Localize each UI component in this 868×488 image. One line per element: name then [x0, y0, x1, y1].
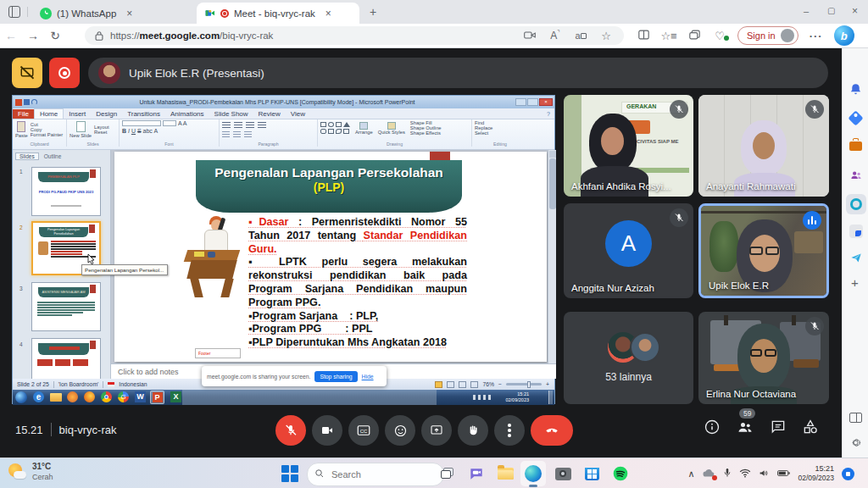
- people-button[interactable]: 59: [736, 419, 754, 439]
- ppt-tab-slideshow: Slide Show: [209, 109, 253, 119]
- designer-icon[interactable]: [849, 225, 863, 238]
- ppt-window-title: Untuk Mahasiswa_PRODI-Pembekalan Mhs PLP…: [39, 99, 515, 105]
- sidebar-settings-gear-icon[interactable]: [849, 436, 862, 452]
- address-bar[interactable]: https://meet.google.com/biq-vryc-rak A⌝ …: [85, 26, 624, 45]
- camera-app-icon[interactable]: [553, 463, 573, 484]
- minimize-window-button[interactable]: –: [804, 6, 809, 16]
- spotify-icon[interactable]: [610, 463, 631, 484]
- win7-firefox-icon: [84, 391, 95, 402]
- translate-icon[interactable]: a: [568, 30, 593, 41]
- status-zoom-level: 76%: [482, 381, 494, 387]
- hide-share-bar-link: Hide: [362, 374, 374, 380]
- battery-icon[interactable]: [777, 469, 790, 479]
- task-view-icon[interactable]: [437, 463, 458, 484]
- teams-chat-icon[interactable]: [466, 463, 487, 484]
- copilot-icon[interactable]: b: [834, 25, 854, 46]
- drop-icon[interactable]: [849, 252, 863, 268]
- tab-whatsapp[interactable]: (1) WhatsApp ×: [32, 3, 193, 24]
- view-normal-icon: [435, 381, 442, 388]
- win7-start-orb: [15, 391, 27, 403]
- refresh-icon[interactable]: ↻: [44, 29, 66, 42]
- m365-app-icon[interactable]: [850, 198, 862, 210]
- ppt-group-slides: New Slide Layout Reset Slides: [67, 119, 120, 147]
- favorites-bar-icon[interactable]: ☆≡: [656, 30, 682, 42]
- svg-text:CC: CC: [360, 429, 368, 434]
- sidebar-panel-icon[interactable]: [849, 413, 862, 423]
- ppt-app-icon: [15, 99, 22, 106]
- tab-recording-icon: [220, 9, 229, 18]
- tray-chevron-icon[interactable]: ∧: [687, 469, 694, 480]
- new-tab-button[interactable]: +: [370, 5, 376, 19]
- participant-tile-anayanti[interactable]: Anayanti Rahmawati: [698, 95, 829, 197]
- close-tab-icon[interactable]: ×: [326, 8, 331, 19]
- participants-count-badge: 59: [739, 408, 755, 419]
- edge-browser-icon-active[interactable]: [520, 461, 546, 486]
- shopping-tag-icon[interactable]: [848, 110, 863, 125]
- favorite-star-icon[interactable]: ☆: [593, 30, 619, 42]
- ppt-restore-icon: [527, 98, 538, 106]
- ppt-thumbnail-4: [31, 338, 101, 379]
- participant-tile-others[interactable]: 53 lainnya: [564, 312, 693, 404]
- win7-explorer-icon: [50, 393, 62, 402]
- ppt-tab-view: View: [286, 109, 310, 119]
- read-aloud-icon[interactable]: A⌝: [542, 30, 568, 42]
- participant-tile-erlina[interactable]: Erlina Nur Octaviana: [698, 312, 829, 404]
- start-button[interactable]: [280, 463, 300, 484]
- present-button[interactable]: [421, 415, 452, 446]
- end-call-button[interactable]: [531, 415, 573, 446]
- participant-tile-anggita[interactable]: A Anggita Nur Azizah: [564, 203, 693, 298]
- onedrive-cloud-icon[interactable]: [702, 469, 715, 480]
- activities-button[interactable]: [802, 419, 819, 439]
- file-explorer-icon[interactable]: [495, 463, 515, 484]
- browser-tabstrip: (1) WhatsApp × Meet - biq-vryc-rak × + –…: [0, 0, 868, 24]
- close-window-button[interactable]: ×: [852, 5, 858, 17]
- taskbar-search[interactable]: [307, 463, 444, 486]
- shared-screen-powerpoint[interactable]: Untuk Mahasiswa_PRODI-Pembekalan Mhs PLP…: [12, 95, 555, 404]
- camera-button[interactable]: [312, 415, 342, 446]
- tools-briefcase-icon[interactable]: [849, 141, 862, 151]
- split-screen-icon[interactable]: [631, 30, 656, 42]
- meeting-clock: 15.21: [15, 424, 43, 436]
- close-tab-icon[interactable]: ×: [126, 8, 132, 19]
- microsoft-store-icon[interactable]: [581, 463, 602, 484]
- reactions-button[interactable]: [385, 415, 415, 446]
- sign-in-button[interactable]: Sign in: [737, 26, 798, 45]
- speaker-icon[interactable]: [759, 469, 770, 480]
- collections-icon[interactable]: [682, 30, 707, 42]
- win7-excel-icon: X: [170, 391, 181, 402]
- tray-clock[interactable]: 15:2102/09/2023: [798, 464, 834, 483]
- raise-hand-button[interactable]: [458, 415, 488, 446]
- ppt-new-slide-label: New Slide: [70, 133, 92, 138]
- mic-muted-button[interactable]: [275, 415, 306, 446]
- media-controls-icon[interactable]: [517, 30, 542, 42]
- more-options-button[interactable]: [494, 415, 525, 446]
- info-button[interactable]: [704, 419, 721, 439]
- lock-icon[interactable]: [95, 31, 103, 41]
- mouse-cursor: [87, 253, 96, 264]
- profile-avatar: [781, 29, 794, 42]
- back-icon[interactable]: ←: [0, 29, 22, 42]
- forward-icon[interactable]: →: [22, 29, 44, 42]
- games-people-icon[interactable]: [849, 169, 863, 185]
- tab-meet[interactable]: Meet - biq-vryc-rak ×: [197, 3, 359, 24]
- wifi-icon[interactable]: [739, 469, 751, 480]
- settings-menu-icon[interactable]: ···: [804, 30, 829, 42]
- presentation-paused-button[interactable]: [12, 58, 42, 88]
- view-reading-icon: [459, 381, 466, 388]
- browser-essentials-icon[interactable]: ♡: [707, 30, 732, 42]
- notification-bell-icon[interactable]: [849, 82, 863, 97]
- vertical-tabs-button[interactable]: [8, 6, 20, 18]
- meet-right-controls: 59: [704, 419, 819, 439]
- tray-mic-icon[interactable]: [723, 468, 732, 480]
- participant-tile-upik-speaking[interactable]: Upik Elok E.R: [698, 203, 829, 298]
- search-input[interactable]: [307, 463, 444, 486]
- weather-widget[interactable]: 31°C Cerah: [7, 462, 53, 482]
- recording-indicator-button[interactable]: [49, 58, 80, 88]
- add-sidebar-item-icon[interactable]: +: [851, 275, 859, 290]
- maximize-window-button[interactable]: ▢: [827, 6, 835, 15]
- captions-button[interactable]: CC: [348, 415, 379, 446]
- participant-tile-akhfani[interactable]: GERAKAN CIVITAS SIAP ME Akhfani Ahdika R…: [564, 95, 693, 197]
- presenter-avatar: [98, 62, 120, 84]
- chat-button[interactable]: [770, 419, 787, 439]
- notification-badge[interactable]: [842, 468, 854, 480]
